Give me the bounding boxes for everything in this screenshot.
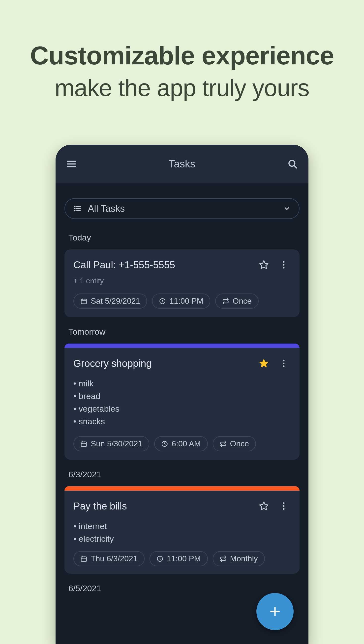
chip-text: Once — [230, 439, 249, 448]
bullet-item: • milk — [73, 377, 291, 390]
star-button[interactable] — [257, 258, 271, 272]
chip-text: Sun 5/30/2021 — [91, 439, 142, 448]
bullet-item: • bread — [73, 390, 291, 402]
repeat-chip[interactable]: Monthly — [213, 551, 265, 566]
promo-title: Customizable experience — [0, 41, 364, 70]
repeat-icon — [222, 298, 229, 305]
task-card[interactable]: Call Paul: +1-555-5555 + 1 entity Sat 5/… — [65, 250, 299, 317]
task-card[interactable]: Grocery shopping • milk • bread • vegeta… — [65, 348, 299, 460]
repeat-icon — [220, 440, 227, 447]
chip-text: Once — [233, 296, 251, 306]
chip-text: Sat 5/29/2021 — [91, 296, 140, 306]
star-filled-icon — [259, 358, 269, 368]
card-accent — [65, 344, 299, 348]
calendar-icon — [80, 440, 87, 447]
chip-text: 6:00 AM — [171, 439, 201, 448]
repeat-chip[interactable]: Once — [213, 436, 256, 451]
task-title: Pay the bills — [73, 500, 251, 512]
svg-point-12 — [283, 261, 285, 263]
search-button[interactable] — [286, 157, 299, 171]
svg-rect-33 — [81, 556, 87, 561]
chevron-down-icon — [283, 205, 291, 212]
phone-frame: Tasks All Tasks Today Call Paul: +1-555-… — [56, 145, 308, 644]
star-button[interactable] — [257, 499, 271, 513]
card-accent — [65, 486, 299, 491]
star-outline-icon — [259, 501, 269, 511]
section-header: 6/5/2021 — [68, 584, 296, 593]
svg-marker-20 — [260, 359, 268, 367]
star-outline-icon — [259, 260, 269, 270]
task-card[interactable]: Pay the bills • internet • electricity T… — [65, 491, 299, 574]
clock-icon — [156, 555, 163, 562]
date-chip[interactable]: Sun 5/30/2021 — [73, 436, 149, 451]
clock-icon — [159, 298, 166, 305]
svg-point-32 — [283, 508, 285, 510]
app-bar: Tasks — [56, 145, 308, 183]
chip-text: Thu 6/3/2021 — [91, 554, 138, 563]
repeat-icon — [220, 555, 227, 562]
date-chip[interactable]: Sat 5/29/2021 — [73, 294, 147, 308]
bullet-item: • vegetables — [73, 402, 291, 415]
svg-point-7 — [74, 208, 75, 209]
task-bullets: • internet • electricity — [73, 520, 291, 545]
task-subtitle: + 1 entity — [73, 277, 291, 285]
section-header: Today — [68, 233, 296, 242]
svg-marker-11 — [260, 260, 268, 268]
star-button[interactable] — [257, 356, 271, 370]
menu-button[interactable] — [65, 157, 78, 171]
chip-text: 11:00 PM — [169, 296, 203, 306]
list-icon — [73, 204, 82, 213]
calendar-icon — [80, 555, 87, 562]
promo-subtitle: make the app truly yours — [0, 74, 364, 102]
more-button[interactable] — [277, 499, 291, 513]
task-bullets: • milk • bread • vegetables • snacks — [73, 377, 291, 428]
section-header: Tomorrow — [68, 327, 296, 336]
more-button[interactable] — [277, 356, 291, 370]
svg-point-5 — [74, 206, 75, 207]
task-title: Grocery shopping — [73, 358, 251, 369]
bullet-item: • internet — [73, 520, 291, 532]
svg-line-4 — [294, 166, 297, 168]
calendar-icon — [80, 298, 87, 305]
svg-point-13 — [283, 264, 285, 266]
svg-point-9 — [74, 210, 75, 211]
svg-point-30 — [283, 502, 285, 504]
more-vertical-icon — [279, 260, 289, 270]
section-header: 6/3/2021 — [68, 470, 296, 479]
more-vertical-icon — [279, 358, 289, 368]
svg-point-31 — [283, 505, 285, 507]
time-chip[interactable]: 6:00 AM — [154, 436, 208, 451]
add-task-fab[interactable] — [256, 593, 294, 630]
clock-icon — [161, 440, 168, 447]
bullet-item: • snacks — [73, 415, 291, 428]
app-bar-title: Tasks — [78, 158, 286, 170]
chip-text: Monthly — [230, 554, 258, 563]
more-button[interactable] — [277, 258, 291, 272]
hamburger-icon — [66, 158, 77, 170]
task-title: Call Paul: +1-555-5555 — [73, 259, 251, 270]
svg-rect-24 — [81, 442, 87, 446]
repeat-chip[interactable]: Once — [215, 294, 258, 308]
svg-rect-15 — [81, 299, 87, 304]
more-vertical-icon — [279, 501, 289, 511]
time-chip[interactable]: 11:00 PM — [149, 551, 208, 566]
promo-heading: Customizable experience make the app tru… — [0, 0, 364, 102]
svg-point-23 — [283, 365, 285, 367]
svg-point-22 — [283, 362, 285, 364]
svg-marker-29 — [260, 502, 268, 510]
filter-label: All Tasks — [88, 203, 277, 214]
svg-point-14 — [283, 267, 285, 268]
date-chip[interactable]: Thu 6/3/2021 — [73, 551, 144, 566]
bullet-item: • electricity — [73, 532, 291, 545]
time-chip[interactable]: 11:00 PM — [152, 294, 210, 308]
filter-dropdown[interactable]: All Tasks — [65, 198, 299, 219]
search-icon — [287, 158, 298, 170]
chip-text: 11:00 PM — [167, 554, 201, 563]
plus-icon — [268, 604, 282, 618]
svg-point-21 — [283, 360, 285, 362]
